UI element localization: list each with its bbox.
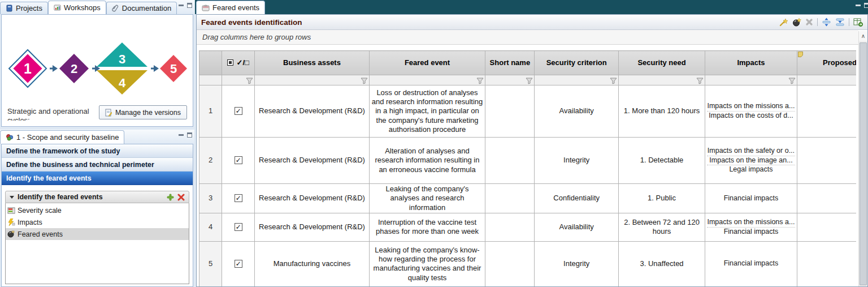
add-icon[interactable] [167,194,174,201]
impact-entry[interactable]: Financial impacts [707,228,795,237]
proposed-cell[interactable] [797,241,856,286]
short-name-cell[interactable] [485,184,535,213]
filter-funnel-icon[interactable] [696,78,704,84]
security-need-cell[interactable]: 1. More than 120 hours [618,85,705,138]
impact-entry[interactable]: Impacts on the missions a... [707,102,795,112]
minimize-icon[interactable] [856,3,861,8]
impacts-cell[interactable]: Financial impacts [705,184,797,213]
security-criterion-cell[interactable]: Integrity [535,241,618,286]
workshop-cycle-diagram[interactable]: 1 2 3 4 5 [5,36,192,101]
collapse-rows-icon[interactable] [822,18,831,27]
step-define-framework[interactable]: Define the framework of the study [2,144,193,158]
feared-event-cell[interactable]: Alteration of analyses and research info… [369,138,485,184]
impacts-cell[interactable]: Impacts on the missions a...Financial im… [705,213,797,241]
filter-funnel-icon[interactable] [246,78,253,84]
step-define-perimeter[interactable]: Define the business and technical perime… [2,158,193,172]
filter-funnel-icon[interactable] [610,78,617,84]
column-header-feared-event[interactable]: Feared event [369,51,485,75]
filter-funnel-icon[interactable] [788,78,796,84]
security-need-cell[interactable]: 1. Public [618,184,705,213]
security-need-cell[interactable]: 3. Unaffected [618,241,705,286]
short-name-cell[interactable] [485,213,535,241]
tab-scope-security-baseline[interactable]: 1 - Scope and security baseline [0,130,124,144]
tab-projects[interactable]: Projects [0,2,48,14]
delete-disabled-icon[interactable] [805,18,813,26]
tab-feared-events[interactable]: Feared events [196,1,265,14]
security-need-cell[interactable]: 2. Between 72 and 120 hours [618,213,705,241]
filter-funnel-icon[interactable] [476,78,484,84]
business-assets-cell[interactable]: Research & Development (R&D) [255,213,370,241]
restore-icon[interactable] [187,132,192,138]
column-header-short-name[interactable]: Short name [485,51,535,75]
impact-entry[interactable]: Financial impacts [707,194,795,203]
manage-versions-button[interactable]: Manage the versions [99,105,187,119]
row-number-cell[interactable]: 1 [199,85,222,138]
column-header-business-assets[interactable]: Business assets [255,51,370,75]
impact-entry[interactable]: Impacts on the safety or o... [707,147,795,156]
scrollbar-thumb[interactable] [860,42,867,285]
expand-rows-icon[interactable] [835,18,845,27]
security-criterion-cell[interactable]: Integrity [535,138,618,184]
row-checkbox[interactable]: ✓ [235,156,242,164]
row-number-cell[interactable]: 3 [199,184,222,213]
bomb-icon[interactable] [792,18,801,27]
impacts-cell[interactable]: Impacts on the safety or o...Impacts on … [705,138,797,184]
row-select-cell[interactable]: ✓ [222,85,255,138]
select-all-checkbox[interactable] [227,59,233,66]
filter-cell[interactable] [222,75,255,85]
proposed-cell[interactable] [797,85,856,138]
row-checkbox[interactable]: ✓ [235,194,242,202]
business-assets-cell[interactable]: Manufacturing vaccines [255,241,370,286]
row-select-cell[interactable]: ✓ [222,241,255,286]
security-need-cell[interactable]: 1. Detectable [618,138,705,184]
impacts-cell[interactable]: Financial impacts [705,241,797,286]
short-name-cell[interactable] [485,138,535,184]
impacts-cell[interactable]: Impacts on the missions a...Impacts on t… [705,85,797,138]
list-item-impacts[interactable]: Impacts [6,216,189,228]
export-table-icon[interactable] [853,18,863,27]
feared-event-cell[interactable]: Leaking of the company's analyses and re… [369,184,485,213]
business-assets-cell[interactable]: Research & Development (R&D) [255,184,370,213]
minimize-icon[interactable] [179,3,184,8]
row-select-cell[interactable]: ✓ [222,138,255,184]
filter-funnel-icon[interactable] [526,78,533,84]
column-header-security-criterion[interactable]: Security criterion [535,51,618,75]
impact-entry[interactable]: Legal impacts [707,165,795,174]
subpanel-header[interactable]: Identify the feared events [5,191,189,203]
proposed-cell[interactable] [797,184,856,213]
feared-event-cell[interactable]: Leaking of the company's know-how regard… [369,241,485,286]
proposed-cell[interactable] [797,138,856,184]
select-column-header[interactable]: ✓/□ [222,51,255,75]
business-assets-cell[interactable]: Research & Development (R&D) [255,138,370,184]
impact-entry[interactable]: Impacts on the image an... [707,156,795,166]
magic-wand-icon[interactable] [779,18,788,27]
row-checkbox[interactable]: ✓ [235,260,242,268]
row-select-cell[interactable]: ✓ [222,213,255,241]
scroll-up-button[interactable]: ∧ [859,31,867,41]
proposed-cell[interactable] [797,213,856,241]
row-number-cell[interactable]: 5 [199,241,222,286]
business-assets-cell[interactable]: Research & Development (R&D) [255,85,370,138]
filter-cell[interactable] [485,75,535,85]
filter-cell[interactable] [705,75,797,85]
filter-cell[interactable] [369,75,485,85]
list-item-feared-events[interactable]: Feared events [6,228,189,240]
restore-icon[interactable] [864,3,868,8]
filter-funnel-icon[interactable] [361,78,368,84]
feared-event-cell[interactable]: Interruption of the vaccine test phases … [369,213,485,241]
row-number-cell[interactable]: 4 [199,213,222,241]
impact-entry[interactable]: Impacts on the costs of d... [707,112,795,121]
security-criterion-cell[interactable]: Availability [535,213,618,241]
tab-documentation[interactable]: Documentation [106,2,177,14]
filter-cell[interactable] [618,75,705,85]
security-criterion-cell[interactable]: Confidentiality [535,184,618,213]
restore-icon[interactable] [187,3,192,8]
filter-cell[interactable] [535,75,618,85]
list-item-severity-scale[interactable]: Severity scale [6,204,189,216]
column-header-impacts[interactable]: Impacts [705,51,797,75]
minimize-icon[interactable] [179,132,184,138]
short-name-cell[interactable] [485,85,535,138]
feared-event-cell[interactable]: Loss or destruction of analyses and rese… [369,85,485,138]
row-checkbox[interactable]: ✓ [235,107,242,115]
short-name-cell[interactable] [485,241,535,286]
